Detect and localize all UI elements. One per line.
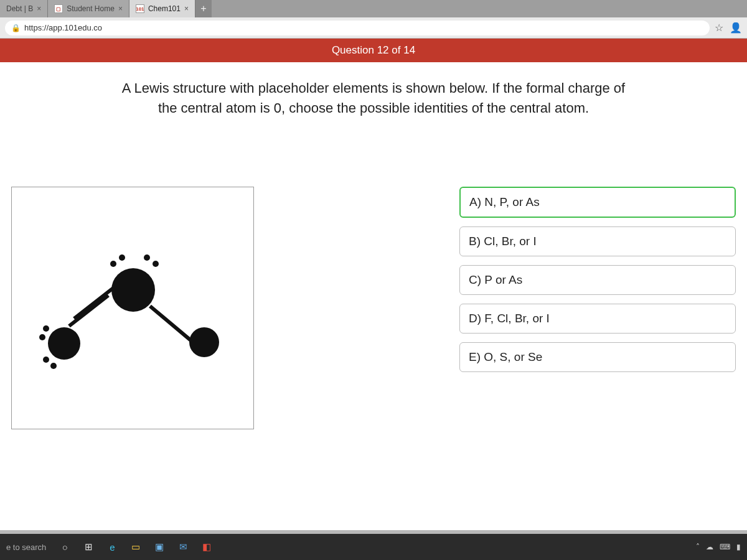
tab-label: Chem101 [148,4,181,13]
answer-list: A) N, P, or As B) Cl, Br, or I C) P or A… [459,187,736,429]
close-icon[interactable]: × [37,4,41,13]
new-tab-button[interactable]: + [195,0,212,17]
store-icon[interactable]: ▣ [153,541,166,553]
lone-pair-dot [144,254,150,261]
battery-icon[interactable]: ▮ [736,543,741,551]
edge-icon[interactable]: e [106,541,118,553]
terminal-atom-icon [48,327,80,360]
lone-pair-dot [50,363,57,369]
cortana-icon[interactable]: ○ [59,541,71,553]
tab-student-home[interactable]: ▢ Student Home × [48,0,129,17]
central-atom-icon [111,268,155,312]
answer-label: D) F, Cl, Br, or I [469,312,550,325]
lock-icon: 🔒 [11,24,21,32]
answer-option-b[interactable]: B) Cl, Br, or I [459,226,736,256]
favicon-icon: 101 [136,4,144,13]
lone-pair-dot [119,254,125,261]
tab-label: Debt | B [6,4,33,13]
windows-taskbar: e to search ○ ⊞ e ▭ ▣ ✉ ◧ ˄ ☁ ⌨ ▮ [0,534,747,560]
question-progress: Question 12 of 14 [0,39,747,62]
star-icon[interactable]: ☆ [715,22,723,34]
progress-label: Question 12 of 14 [332,44,415,57]
tab-label: Student Home [67,4,115,13]
task-view-icon[interactable]: ⊞ [82,541,95,553]
answer-label: A) N, P, or As [469,195,540,208]
answer-option-e[interactable]: E) O, S, or Se [459,342,736,372]
profile-icon[interactable]: 👤 [730,22,742,34]
file-explorer-icon[interactable]: ▭ [129,541,142,553]
lone-pair-dot [153,261,159,267]
answer-option-d[interactable]: D) F, Cl, Br, or I [459,304,736,334]
close-icon[interactable]: × [184,4,189,13]
answer-option-a[interactable]: A) N, P, or As [459,187,736,218]
close-icon[interactable]: × [118,4,123,13]
question-prompt: A Lewis structure with placeholder eleme… [112,78,635,118]
bond-icon [149,304,194,343]
lewis-structure-figure [11,187,254,429]
tab-debt[interactable]: Debt | B × [0,0,48,17]
bond-icon [68,294,110,327]
chevron-up-icon[interactable]: ˄ [696,543,700,551]
lone-pair-dot [43,357,49,363]
url-text: https://app.101edu.co [24,23,102,32]
onedrive-icon[interactable]: ☁ [706,543,713,551]
mail-icon[interactable]: ✉ [177,541,189,553]
tab-strip: Debt | B × ▢ Student Home × 101 Chem101 … [0,0,747,17]
lone-pair-dot [110,261,116,267]
answer-label: C) P or As [469,273,522,286]
url-input[interactable]: 🔒 https://app.101edu.co [5,21,710,35]
answer-option-c[interactable]: C) P or As [459,265,736,295]
page-content: Question 12 of 14 A Lewis structure with… [0,39,747,530]
favicon-icon: ▢ [54,4,63,13]
tab-chem101[interactable]: 101 Chem101 × [129,0,195,17]
address-bar: 🔒 https://app.101edu.co ☆ 👤 [0,17,747,39]
answer-label: E) O, S, or Se [469,350,542,363]
lone-pair-dot [43,325,49,332]
system-tray[interactable]: ˄ ☁ ⌨ ▮ [696,543,741,551]
terminal-atom-icon [189,327,219,357]
keyboard-icon[interactable]: ⌨ [720,543,730,551]
answer-label: B) Cl, Br, or I [469,235,537,248]
taskbar-search-hint[interactable]: e to search [6,543,46,552]
office-icon[interactable]: ◧ [200,541,213,553]
lone-pair-dot [39,334,45,340]
